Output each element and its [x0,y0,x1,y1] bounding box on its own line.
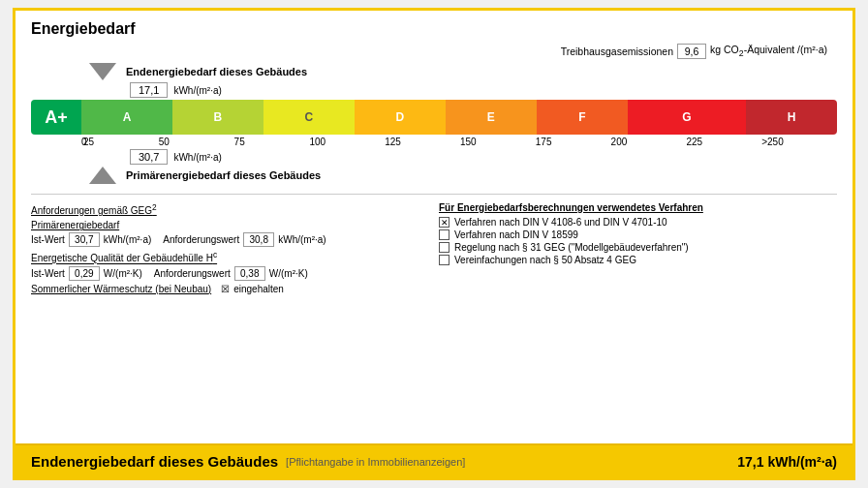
seg-g: G [628,100,746,135]
num-25: 25 [83,137,159,147]
ghg-unit: kg CO2-Äquivalent /(m²·a) [710,44,827,58]
req-huelle-ist-value: 0,29 [69,266,100,281]
endenergie-top-value-row: 17,1 kWh/(m²·a) [130,82,837,98]
bottom-bar-left: Endenergiebedarf dieses Gebäudes [Pflich… [31,453,465,470]
verfahren-label-2: Regelung nach § 31 GEG ("Modellgebäudeve… [454,242,689,253]
aplus-segment: A+ [31,100,81,135]
num-125: 125 [385,137,460,147]
verfahren-checkbox-0[interactable] [439,217,450,228]
req-primaer-anf-unit: kWh/(m²·a) [278,234,326,245]
verfahren-checkbox-1[interactable] [439,229,450,240]
primaer-unit: kWh/(m²·a) [173,152,221,163]
verfahren-label-3: Vereinfachungen nach § 50 Absatz 4 GEG [454,255,636,265]
verfahren-item-2: Regelung nach § 31 GEG ("Modellgebäudeve… [439,242,837,253]
verfahren-checkbox-3[interactable] [439,255,450,265]
primaer-bottom-label: Primärenergiebedarf dieses Gebäudes [126,169,321,181]
req-left: Anforderungen gemäß GEG2 Primärenergiebe… [31,202,429,297]
bar-segments: A B C D E F G H [81,100,837,135]
primaer-arrow-up [89,167,116,184]
num-225: 225 [686,137,761,147]
req-primaer-label: Primärenergiebedarf [31,220,429,230]
req-huelle-anf-value: 0,38 [234,266,265,281]
page-title: Energiebedarf [31,20,837,38]
verfahren-label-1: Verfahren nach DIN V 18599 [454,229,578,240]
bottom-value: 17,1 kWh/(m²·a) [737,454,837,470]
num-50: 50 [159,137,234,147]
sommer-checkbox: ☒ [221,284,230,294]
num-175: 175 [536,137,611,147]
bottom-bar: Endenergiebedarf dieses Gebäudes [Pflich… [16,443,852,477]
req-huelle-row: Ist-Wert 0,29 W/(m²·K) Anforderungswert … [31,266,429,281]
req-primaer-ist-unit: kWh/(m²·a) [104,234,151,245]
primaer-bottom-value-row: 30,7 kWh/(m²·a) [130,149,837,165]
req-huelle-label: Energetische Qualität der Gebäudehülle H… [31,250,429,263]
energy-bar: A+ A B C D E F G H [31,100,837,135]
outer-container: Energiebedarf Treibhausgasemissionen 9,6… [13,8,855,480]
endenergie-top-unit: kWh/(m²·a) [173,85,221,96]
num-segments: 0 25 50 75 100 125 150 175 200 225 >250 [81,137,837,147]
req-primaer-ist-label: Ist-Wert [31,234,65,245]
req-primaer-ist-value: 30,7 [69,232,100,247]
req-right: Für Energiebedarfsberechnungen verwendet… [439,202,837,297]
endenergie-top-label: Endenergiebedarf dieses Gebäudes [126,66,307,77]
bottom-subtitle: [Pflichtangabe in Immobilienanzeigen] [286,456,465,468]
req-huelle-ist-unit: W/(m²·K) [104,268,142,279]
req-huelle-ist-label: Ist-Wert [31,268,65,279]
verfahren-checkbox-2[interactable] [439,242,450,253]
bottom-title: Endenergiebedarf dieses Gebäudes [31,453,278,470]
req-huelle-anf-label: Anforderungswert [154,268,231,279]
seg-e: E [446,100,537,135]
endenergie-top-value: 17,1 [130,82,168,98]
numbers-row: 0 25 50 75 100 125 150 175 200 225 >250 [31,137,837,147]
ghg-row: Treibhausgasemissionen 9,6 kg CO2-Äquiva… [31,44,837,59]
sommer-status: eingehalten [233,284,284,294]
seg-a: A [81,100,172,135]
req-primaer-row: Ist-Wert 30,7 kWh/(m²·a) Anforderungswer… [31,232,429,247]
seg-c: C [264,100,355,135]
verfahren-title: Für Energiebedarfsberechnungen verwendet… [439,202,837,213]
seg-d: D [355,100,446,135]
ghg-value: 9,6 [677,44,706,59]
verfahren-item-0: Verfahren nach DIN V 4108-6 und DIN V 47… [439,217,837,228]
num-150: 150 [460,137,536,147]
num-200: 200 [611,137,687,147]
req-huelle-anf-unit: W/(m²·K) [269,268,308,279]
seg-b: B [172,100,264,135]
req-primaer-anf-value: 30,8 [243,232,274,247]
req-primaer-anf-label: Anforderungswert [163,234,239,245]
requirements-section: Anforderungen gemäß GEG2 Primärenergiebe… [31,194,837,297]
endenergie-arrow-down [89,63,116,80]
sommer-label: Sommerlicher Wärmeschutz (bei Neubau) [31,284,211,294]
seg-h: H [746,100,837,135]
verfahren-label-0: Verfahren nach DIN V 4108-6 und DIN V 47… [454,217,667,228]
num-250: >250 [761,137,837,147]
verfahren-item-1: Verfahren nach DIN V 18599 [439,229,837,240]
req-title: Anforderungen gemäß GEG2 [31,202,429,216]
num-75: 75 [234,137,310,147]
num-100: 100 [309,137,385,147]
sommer-row: Sommerlicher Wärmeschutz (bei Neubau) ☒ … [31,284,429,294]
primaer-value: 30,7 [130,149,168,165]
main-section: Energiebedarf Treibhausgasemissionen 9,6… [16,11,852,443]
seg-f: F [537,100,628,135]
ghg-label: Treibhausgasemissionen [561,46,673,57]
verfahren-item-3: Vereinfachungen nach § 50 Absatz 4 GEG [439,255,837,265]
